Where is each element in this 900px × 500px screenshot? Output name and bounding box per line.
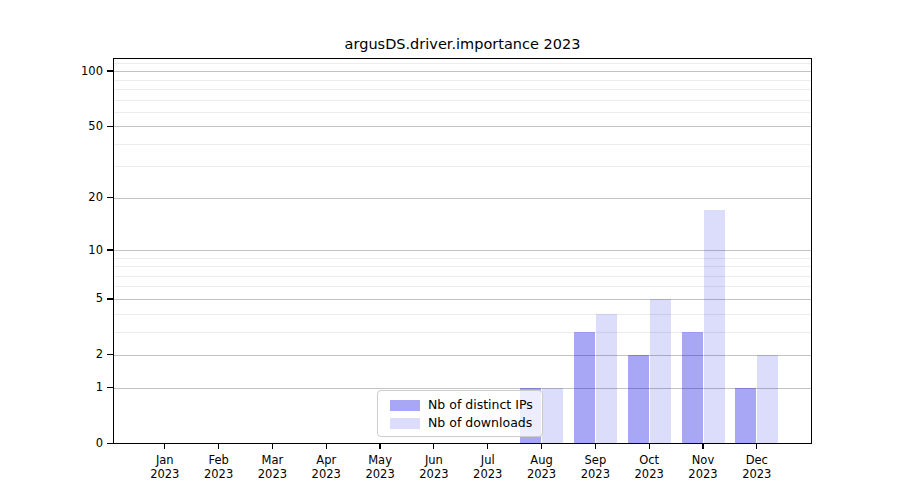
x-tick-month: Feb	[191, 453, 247, 467]
x-tick-label: Oct2023	[621, 453, 677, 481]
x-tick-mark	[649, 444, 650, 449]
gridline-minor	[114, 166, 811, 167]
x-tick-month: Jul	[460, 453, 516, 467]
legend-label: Nb of downloads	[428, 415, 532, 431]
x-tick-month: Apr	[298, 453, 354, 467]
legend-swatch-downloads	[390, 418, 420, 429]
bar-distinct-ips-nov	[682, 332, 703, 444]
y-tick-mark	[107, 70, 113, 71]
x-tick-mark	[541, 444, 542, 449]
x-tick-month: Dec	[729, 453, 785, 467]
chart-title: argusDS.driver.importance 2023	[114, 35, 811, 55]
spine-top	[114, 58, 811, 59]
x-tick-label: Dec2023	[729, 453, 785, 481]
bar-distinct-ips-dec	[735, 388, 756, 444]
y-tick-label: 100	[55, 64, 103, 79]
gridline-major	[114, 126, 811, 127]
x-tick-mark	[218, 444, 219, 449]
x-tick-label: May2023	[352, 453, 408, 481]
y-tick-label: 0	[55, 436, 103, 451]
y-tick-mark	[107, 249, 113, 250]
x-tick-year: 2023	[567, 467, 623, 481]
x-tick-month: Sep	[567, 453, 623, 467]
bar-distinct-ips-oct	[628, 355, 649, 444]
y-tick-label: 20	[55, 190, 103, 205]
x-tick-mark	[433, 444, 434, 449]
legend-item-distinct-ips: Nb of distinct IPs	[378, 396, 542, 414]
x-tick-label: Jun2023	[406, 453, 462, 481]
y-tick-mark	[107, 126, 113, 127]
bar-downloads-sep	[596, 314, 617, 444]
y-tick-label: 1	[55, 380, 103, 395]
plot-area	[114, 59, 811, 444]
y-tick-label: 50	[55, 119, 103, 134]
gridline-minor	[114, 89, 811, 90]
x-tick-mark	[379, 444, 380, 449]
x-tick-mark	[272, 444, 273, 449]
legend: Nb of distinct IPsNb of downloads	[377, 390, 543, 437]
x-tick-month: Mar	[244, 453, 300, 467]
x-tick-year: 2023	[621, 467, 677, 481]
x-tick-year: 2023	[675, 467, 731, 481]
x-tick-month: Jan	[137, 453, 193, 467]
x-tick-month: Aug	[514, 453, 570, 467]
y-tick-mark	[107, 197, 113, 198]
y-tick-label: 10	[55, 243, 103, 258]
legend-swatch-distinct-ips	[390, 400, 420, 411]
y-tick-mark	[107, 298, 113, 299]
x-tick-mark	[164, 444, 165, 449]
x-tick-month: Oct	[621, 453, 677, 467]
x-tick-year: 2023	[191, 467, 247, 481]
legend-item-downloads: Nb of downloads	[378, 414, 542, 432]
bar-downloads-oct	[650, 299, 671, 444]
y-tick-mark	[107, 354, 113, 355]
x-tick-year: 2023	[137, 467, 193, 481]
spine-right	[811, 58, 812, 444]
gridline-minor	[114, 63, 811, 64]
x-tick-label: Apr2023	[298, 453, 354, 481]
chart-figure: argusDS.driver.importance 2023 Nb of dis…	[0, 0, 900, 500]
bar-downloads-dec	[757, 355, 778, 444]
bar-distinct-ips-sep	[574, 332, 595, 444]
x-tick-year: 2023	[352, 467, 408, 481]
gridline-minor	[114, 100, 811, 101]
x-tick-mark	[702, 444, 703, 449]
x-tick-mark	[326, 444, 327, 449]
x-tick-month: Jun	[406, 453, 462, 467]
gridline-minor	[114, 112, 811, 113]
spine-left	[113, 58, 114, 444]
bar-downloads-aug	[542, 388, 563, 444]
x-tick-month: May	[352, 453, 408, 467]
x-tick-label: Jan2023	[137, 453, 193, 481]
x-tick-label: Feb2023	[191, 453, 247, 481]
y-tick-mark	[107, 443, 113, 444]
x-tick-label: Jul2023	[460, 453, 516, 481]
x-tick-year: 2023	[729, 467, 785, 481]
bar-downloads-nov	[704, 210, 725, 443]
gridline-minor	[114, 144, 811, 145]
x-tick-mark	[756, 444, 757, 449]
gridline-major	[114, 71, 811, 72]
x-tick-year: 2023	[514, 467, 570, 481]
y-tick-mark	[107, 387, 113, 388]
x-tick-mark	[595, 444, 596, 449]
gridline-minor	[114, 80, 811, 81]
x-tick-year: 2023	[244, 467, 300, 481]
x-tick-month: Nov	[675, 453, 731, 467]
x-tick-label: Nov2023	[675, 453, 731, 481]
x-tick-year: 2023	[406, 467, 462, 481]
y-tick-label: 2	[55, 347, 103, 362]
x-tick-label: Sep2023	[567, 453, 623, 481]
x-tick-label: Aug2023	[514, 453, 570, 481]
x-tick-label: Mar2023	[244, 453, 300, 481]
gridline-major	[114, 198, 811, 199]
x-tick-year: 2023	[298, 467, 354, 481]
x-tick-mark	[487, 444, 488, 449]
legend-label: Nb of distinct IPs	[428, 397, 533, 413]
y-tick-label: 5	[55, 291, 103, 306]
x-tick-year: 2023	[460, 467, 516, 481]
